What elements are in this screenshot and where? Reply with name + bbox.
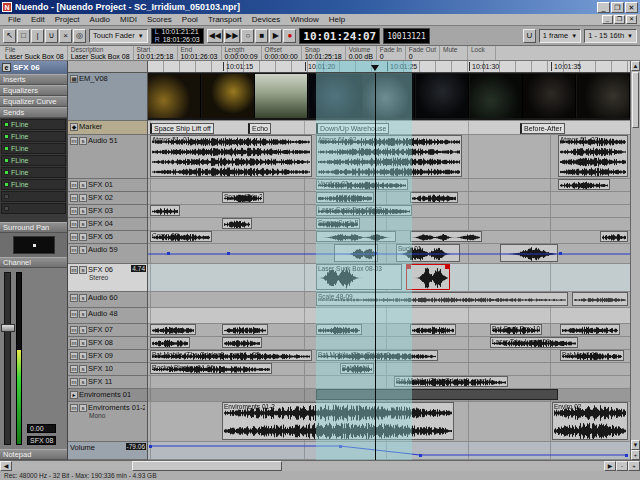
info-field-snap[interactable]: Snap10:01:25:18: [302, 46, 346, 60]
marker-echo[interactable]: Echo: [248, 123, 271, 134]
track-header-volume[interactable]: Volume-79.06: [68, 442, 147, 460]
track-header-sfx-10[interactable]: msSFX 10: [68, 363, 147, 376]
menu-project[interactable]: Project: [50, 14, 85, 25]
info-field-start[interactable]: Start10:01:25:18: [134, 46, 178, 60]
mute-button[interactable]: m: [70, 352, 78, 360]
info-field-lock[interactable]: Lock: [468, 46, 496, 60]
audio-event-enviro-02[interactable]: Enviro 02: [552, 402, 628, 440]
maximize-button[interactable]: ❐: [611, 2, 624, 13]
solo-button[interactable]: s: [79, 246, 87, 254]
menu-pool[interactable]: Pool: [177, 14, 203, 25]
track-header-sfx-03[interactable]: msSFX 03: [68, 205, 147, 218]
audio-event-clip-14[interactable]: [316, 231, 396, 242]
vertical-scrollbar[interactable]: ▲ ▼ +: [630, 61, 640, 460]
mute-button[interactable]: m: [70, 233, 78, 241]
menu-devices[interactable]: Devices: [247, 14, 285, 25]
mute-button[interactable]: m: [70, 207, 78, 215]
info-field-end[interactable]: End10:01:26:03: [178, 46, 222, 60]
audio-event-clip-9[interactable]: [150, 205, 180, 216]
info-field-mute[interactable]: Mute: [440, 46, 468, 60]
edit-channel-button[interactable]: e: [2, 63, 11, 72]
inspector-section-equalizers[interactable]: Equalizers: [0, 85, 67, 96]
horizontal-scroll-thumb[interactable]: [132, 461, 282, 471]
timeline-ruler[interactable]: 10:01:1510:01:2010:01:2510:01:3010:01:35: [148, 61, 630, 73]
solo-button[interactable]: s: [79, 207, 87, 215]
project-close-button[interactable]: ✕: [626, 15, 637, 24]
audio-event-clip-16[interactable]: [600, 231, 628, 242]
fader-handle[interactable]: [1, 324, 15, 332]
horizontal-scrollbar[interactable]: ◀ ▶ - +: [0, 460, 640, 471]
stop-button[interactable]: ■: [255, 29, 268, 43]
forward-button[interactable]: ▶▶: [224, 29, 240, 43]
solo-button[interactable]: s: [79, 378, 87, 386]
audio-event-comp-09[interactable]: Comp 09: [150, 231, 212, 242]
hzoom-in-button[interactable]: +: [628, 461, 640, 471]
inspector-section-channel[interactable]: Channel: [0, 257, 67, 268]
glue-tool[interactable]: ∪: [45, 29, 58, 43]
menu-help[interactable]: Help: [324, 14, 350, 25]
solo-button[interactable]: s: [79, 294, 87, 302]
menu-transport[interactable]: Transport: [203, 14, 247, 25]
mute-button[interactable]: m: [70, 181, 78, 189]
menu-file[interactable]: File: [3, 14, 26, 25]
menu-window[interactable]: Window: [285, 14, 323, 25]
solo-button[interactable]: s: [79, 365, 87, 373]
mute-button[interactable]: m: [70, 137, 78, 145]
track-header-audio-51[interactable]: msAudio 51: [68, 135, 147, 179]
send-slot-3[interactable]: FLine: [1, 143, 66, 154]
audio-event-atmos-51-01[interactable]: Atmos 51_01: [150, 135, 312, 177]
solo-button[interactable]: s: [79, 310, 87, 318]
track-header-sfx-01[interactable]: msSFX 01: [68, 179, 147, 192]
audio-event-enviroments-01-2[interactable]: Enviroments 01-2: [222, 402, 454, 440]
mute-button[interactable]: m: [70, 266, 78, 274]
grid-mode-combo[interactable]: 1 - 15 16th ▼: [584, 29, 637, 43]
send-slot-4[interactable]: FLine: [1, 155, 66, 166]
inspector-section-surround-pan[interactable]: Surround Pan: [0, 222, 67, 233]
timecode-display[interactable]: 10:01:24:07: [299, 28, 380, 44]
object-select-tool[interactable]: ↖: [3, 29, 16, 43]
audio-event-clip-15[interactable]: [410, 231, 482, 242]
solo-button[interactable]: s: [79, 233, 87, 241]
track-header-sfx-06[interactable]: msSFX 06Stereo4.74: [68, 264, 147, 292]
track-header-enviroments-01[interactable]: ▸Enviroments 01: [68, 389, 147, 402]
marker-before-after[interactable]: Before-After: [520, 123, 565, 134]
audio-event-clip-24[interactable]: [150, 324, 196, 335]
snap-magnet-icon[interactable]: U: [523, 29, 536, 43]
track-header-sfx-05[interactable]: msSFX 05: [68, 231, 147, 244]
audio-event-laser-trip-laser-09[interactable]: Laser Trip, Laser 09: [490, 337, 578, 348]
inspector-section-equalizer-curve[interactable]: Equalizer Curve: [0, 96, 67, 107]
track-header-sfx-07[interactable]: msSFX 07: [68, 324, 147, 337]
project-restore-button[interactable]: ❐: [614, 15, 625, 24]
menu-midi[interactable]: MIDI: [115, 14, 142, 25]
minimize-button[interactable]: _: [597, 2, 610, 13]
project-minimize-button[interactable]: _: [602, 15, 613, 24]
mute-button[interactable]: m: [70, 220, 78, 228]
scroll-left-button[interactable]: ◀: [0, 461, 12, 471]
audio-event-clip-11[interactable]: [222, 218, 252, 229]
info-field-fade-in[interactable]: Fade In0: [377, 46, 406, 60]
rewind-button[interactable]: ◀◀: [207, 29, 223, 43]
send-slot-7[interactable]: [1, 191, 66, 202]
audio-event-clip-23[interactable]: [572, 292, 628, 306]
audio-event-clip-5[interactable]: [558, 179, 610, 190]
menu-edit[interactable]: Edit: [26, 14, 50, 25]
inspector-section-notepad[interactable]: Notepad: [0, 449, 67, 460]
track-header-sfx-11[interactable]: msSFX 11: [68, 376, 147, 389]
scroll-down-button[interactable]: ▼: [631, 440, 640, 450]
audio-event-bat-mobil-09[interactable]: Bat Mobil 09: [560, 350, 624, 361]
vertical-scroll-thumb[interactable]: [632, 72, 639, 128]
scroll-up-button[interactable]: ▲: [631, 61, 640, 71]
track-header-audio-60[interactable]: msAudio 60: [68, 292, 147, 308]
volume-automation-curve[interactable]: [148, 442, 630, 460]
menu-audio[interactable]: Audio: [85, 14, 115, 25]
mute-button[interactable]: m: [70, 246, 78, 254]
audio-event-atmos-51-02[interactable]: Atmos 51_02: [316, 135, 462, 177]
audio-event-bat-mobile-the-original-part-4-08[interactable]: Bat Mobile (The Original) - part 4 - 08: [150, 350, 312, 361]
audio-event-bat-mobile-this-original-part-4[interactable]: Bat Mobile (This Original) - part 4: [394, 376, 508, 387]
mute-button[interactable]: m: [70, 378, 78, 386]
mute-button[interactable]: m: [70, 294, 78, 302]
solo-button[interactable]: s: [79, 339, 87, 347]
send-slot-5[interactable]: FLine: [1, 167, 66, 178]
locator-display[interactable]: L10:01:21:21 R18:01:26:03: [151, 28, 204, 44]
track-header-sfx-02[interactable]: msSFX 02: [68, 192, 147, 205]
